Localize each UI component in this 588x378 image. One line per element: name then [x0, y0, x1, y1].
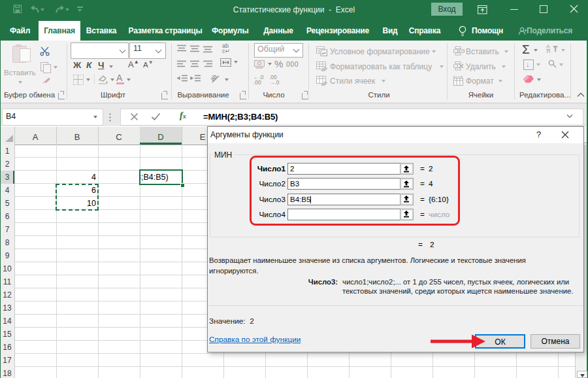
svg-text:→,0: →,0	[269, 79, 280, 85]
svg-text:ab: ab	[210, 73, 218, 82]
svg-text:,00: ,00	[253, 79, 261, 85]
